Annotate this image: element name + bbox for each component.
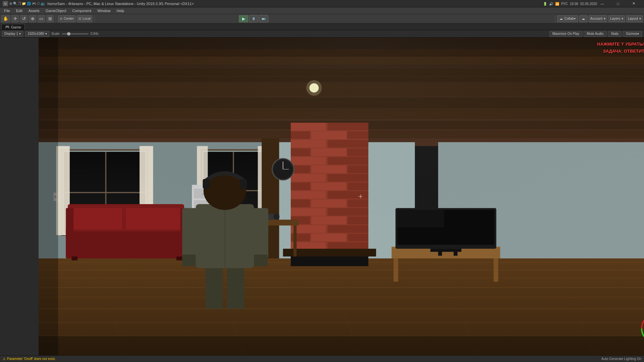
resolution-button[interactable]: 644x362 ▾ xyxy=(25,31,49,37)
cloud-icon: ☁ xyxy=(582,17,585,20)
restore-button[interactable]: □ xyxy=(610,0,626,7)
transform-tool-button[interactable]: ⊞ xyxy=(46,15,54,22)
menu-component[interactable]: Component xyxy=(69,8,94,13)
scale-slider[interactable] xyxy=(62,33,89,35)
svg-rect-138 xyxy=(39,38,644,355)
svg-rect-141 xyxy=(39,38,644,57)
window-title: horrorSam - 4Начало - PC, Mac & Linux St… xyxy=(47,2,595,6)
layers-label: Layers xyxy=(610,17,620,20)
window-controls: — □ ✕ xyxy=(595,0,641,7)
pause-button[interactable]: ⏸ xyxy=(249,15,258,22)
account-label: Account xyxy=(590,17,602,20)
display-chevron: ▾ xyxy=(19,32,21,36)
account-chevron-icon: ▾ xyxy=(604,17,605,20)
game-scene[interactable]: НАЖМИТЕ 'I' УБРАТЬ/ПОСМОТРЕТЬ. ЗАДАЧА: О… xyxy=(39,38,644,355)
maximize-on-play-button[interactable]: Maximize On Play xyxy=(549,31,583,37)
local-label: Local xyxy=(83,17,91,20)
pause-icon: ⏸ xyxy=(252,16,256,21)
play-controls: ▶ ⏸ ⏭ xyxy=(239,15,268,22)
center-icon: ⊙ xyxy=(60,17,62,20)
warning-icon: ⚠ xyxy=(3,357,6,361)
display-label: Display 1 xyxy=(4,32,18,36)
system-tray: 🔋 🔊 📶 РУС 19:36 02.05.2020 xyxy=(543,0,597,7)
menu-edit[interactable]: Edit xyxy=(13,8,25,13)
system-icons: ⊞ 🔍 ❐ 📁 🌐 🎮 ⬡ 📺 xyxy=(9,2,45,5)
right-status-text: Auto Generate Lighting On xyxy=(601,357,641,361)
scale-slider-thumb xyxy=(67,32,70,36)
stats-button[interactable]: Stats xyxy=(608,31,622,37)
collab-icon: ☁ xyxy=(559,17,563,20)
menu-file[interactable]: File xyxy=(1,8,13,13)
display-button[interactable]: Display 1 ▾ xyxy=(2,31,23,37)
battery-icon: 🔋 xyxy=(543,2,547,6)
local-toggle[interactable]: ⊡ Local xyxy=(77,15,92,22)
toolbar-separator-2 xyxy=(94,15,95,22)
tab-bar: 🎮 Game xyxy=(0,23,644,30)
right-game-buttons: Maximize On Play Mute Audio Stats Gizmos… xyxy=(549,31,642,37)
play-icon: ▶ xyxy=(242,16,245,21)
gizmos-label: Gizmos▾ xyxy=(626,32,639,36)
game-controls-bar: Display 1 ▾ 644x362 ▾ Scale 0.84x Maxi… xyxy=(0,30,644,38)
move-tool-button[interactable]: ✛ xyxy=(11,15,19,22)
scale-value-display: 0.84x xyxy=(91,32,99,36)
layout-label: Layout xyxy=(628,17,638,20)
pivot-toggle[interactable]: ⊙ Center xyxy=(58,15,75,22)
lang-indicator: РУС xyxy=(561,2,568,6)
warning-text: Parameter 'Onoff' does not exist. xyxy=(7,357,56,361)
scale-text-label: Scale xyxy=(51,32,60,36)
time-display: 19:36 xyxy=(570,2,578,6)
layers-chevron-icon: ▾ xyxy=(622,17,623,20)
stats-label: Stats xyxy=(611,32,619,36)
mute-label: Mute Audio xyxy=(587,32,603,36)
layout-button[interactable]: Layout ▾ xyxy=(626,15,643,22)
maximize-label: Maximize On Play xyxy=(552,32,580,36)
step-button[interactable]: ⏭ xyxy=(259,15,268,22)
toolbar-separator-1 xyxy=(56,15,56,22)
hand-tool-button[interactable]: ✋ xyxy=(1,15,10,22)
scale-tool-button[interactable]: ⊕ xyxy=(29,15,36,22)
menu-help[interactable]: Help xyxy=(114,8,127,13)
collab-button[interactable]: ☁ Collab▾ xyxy=(557,15,578,22)
play-button[interactable]: ▶ xyxy=(239,15,248,22)
game-tab[interactable]: 🎮 Game xyxy=(1,24,25,30)
gizmos-button[interactable]: Gizmos▾ xyxy=(623,31,642,37)
close-button[interactable]: ✕ xyxy=(626,0,641,7)
resolution-label: 644x362 xyxy=(28,32,44,36)
center-label: Center xyxy=(64,17,74,20)
scene-illustration xyxy=(39,38,644,355)
layout-chevron-icon: ▾ xyxy=(639,17,641,20)
menu-gameobject[interactable]: GameObject xyxy=(43,8,69,13)
cloud-button[interactable]: ☁ xyxy=(579,15,587,22)
main-layout: U ⊞ 🔍 ❐ 📁 🌐 🎮 ⬡ 📺 horrorSam - 4Начало - … xyxy=(0,0,644,362)
mute-audio-button[interactable]: Mute Audio xyxy=(584,31,606,37)
status-bar: ⚠ Parameter 'Onoff' does not exist. Auto… xyxy=(0,355,644,362)
volume-icon: 🔊 xyxy=(549,2,553,6)
layers-button[interactable]: Layers ▾ xyxy=(608,15,625,22)
left-strip xyxy=(0,38,39,355)
menu-window[interactable]: Window xyxy=(95,8,113,13)
account-button[interactable]: Account ▾ xyxy=(589,15,607,22)
warning-message: ⚠ Parameter 'Onoff' does not exist. xyxy=(3,357,56,361)
app-icon: U xyxy=(3,1,8,6)
menu-bar: File Edit Assets GameObject Component Wi… xyxy=(0,7,644,14)
step-icon: ⏭ xyxy=(262,16,266,21)
game-tab-icon: 🎮 xyxy=(5,25,10,29)
menu-assets[interactable]: Assets xyxy=(26,8,42,13)
date-display: 02.05.2020 xyxy=(580,2,597,6)
rect-tool-button[interactable]: ▭ xyxy=(38,15,45,22)
resolution-chevron: ▾ xyxy=(45,32,47,36)
local-icon: ⊡ xyxy=(78,17,81,20)
game-viewport: НАЖМИТЕ 'I' УБРАТЬ/ПОСМОТРЕТЬ. ЗАДАЧА: О… xyxy=(0,38,644,355)
game-tab-label: Game xyxy=(11,25,21,29)
rotate-tool-button[interactable]: ↺ xyxy=(20,15,28,22)
toolbar: ✋ ✛ ↺ ⊕ ▭ ⊞ ⊙ Center ⊡ Local ▶ ⏸ ⏭ xyxy=(0,14,644,23)
network-icon: 📶 xyxy=(555,2,559,6)
toolbar-separator-3 xyxy=(555,15,555,22)
svg-rect-142 xyxy=(39,336,644,355)
right-toolbar: ☁ Collab▾ ☁ Account ▾ Layers ▾ Layout ▾ xyxy=(554,15,643,22)
collab-label: Collab▾ xyxy=(564,17,575,20)
title-bar: U ⊞ 🔍 ❐ 📁 🌐 🎮 ⬡ 📺 horrorSam - 4Начало - … xyxy=(0,0,644,7)
svg-rect-139 xyxy=(39,38,58,355)
